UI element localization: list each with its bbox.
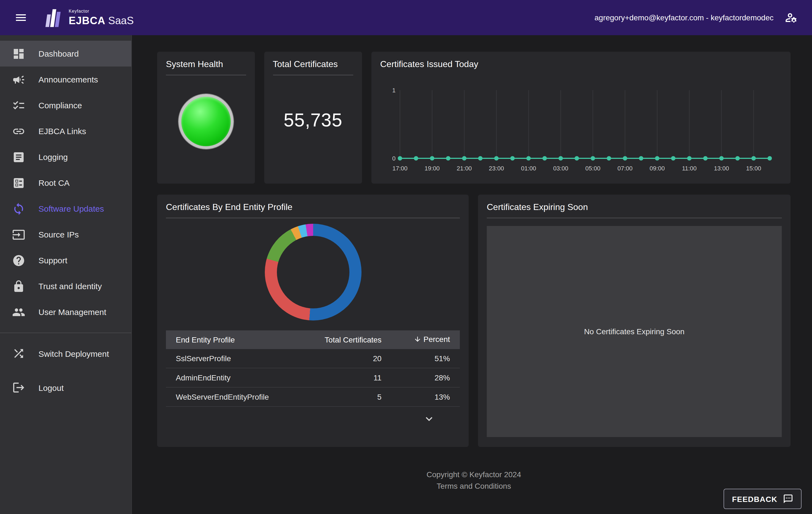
document-lines-icon <box>12 150 25 164</box>
sidebar-item-label: Logging <box>38 152 68 162</box>
issued-today-line-chart: 17:0019:0021:0023:0001:0003:0005:0007:00… <box>380 77 782 176</box>
table-row[interactable]: WebServerEndEntityProfile 5 13% <box>166 387 460 407</box>
svg-text:19:00: 19:00 <box>425 165 440 172</box>
certificates-expiring-soon-card: Certificates Expiring Soon No Certificat… <box>478 195 790 447</box>
manage-accounts-icon[interactable] <box>781 8 801 27</box>
chevron-down-icon[interactable] <box>423 412 436 426</box>
sidebar-item-dashboard[interactable]: Dashboard <box>0 41 131 66</box>
sidebar-item-ejbca-links[interactable]: EJBCA Links <box>0 118 131 144</box>
cell-profile: WebServerEndEntityProfile <box>166 387 298 407</box>
profile-table: End Entity Profile Total Certificates Pe… <box>166 330 460 407</box>
svg-text:23:00: 23:00 <box>489 165 504 172</box>
header-end-entity-profile[interactable]: End Entity Profile <box>166 330 298 349</box>
table-header-row: End Entity Profile Total Certificates Pe… <box>166 330 460 349</box>
svg-text:11:00: 11:00 <box>682 165 697 172</box>
sort-desc-icon <box>414 335 422 343</box>
header-percent[interactable]: Percent <box>392 330 460 349</box>
sidebar-item-switch-deployment[interactable]: Switch Deployment <box>0 336 131 371</box>
menu-icon[interactable] <box>11 8 31 27</box>
megaphone-icon <box>12 73 25 86</box>
feedback-button[interactable]: FEEDBACK <box>724 489 802 509</box>
sidebar-item-label: Root CA <box>38 178 69 187</box>
logout-icon <box>12 381 25 394</box>
svg-text:07:00: 07:00 <box>617 165 633 172</box>
sidebar-item-label: Trust and Identity <box>38 281 102 291</box>
certificates-by-profile-card: Certificates By End Entity Profile End E… <box>157 195 469 447</box>
total-certificates-value: 55,735 <box>273 109 353 131</box>
svg-text:03:00: 03:00 <box>553 165 568 172</box>
users-icon <box>12 305 25 319</box>
sidebar-item-label: EJBCA Links <box>38 127 86 136</box>
cell-percent: 13% <box>392 387 460 407</box>
svg-text:15:00: 15:00 <box>746 165 761 172</box>
sidebar-item-announcements[interactable]: Announcements <box>0 66 131 92</box>
svg-text:1: 1 <box>392 87 396 94</box>
cell-count: 11 <box>298 368 392 387</box>
dashboard-icon <box>12 47 25 60</box>
card-title: Certificates By End Entity Profile <box>166 202 460 218</box>
main-content: System Health Total Certificates 55,735 … <box>132 35 812 514</box>
sidebar-item-label: Switch Deployment <box>38 349 109 358</box>
sidebar-item-label: Dashboard <box>38 49 79 58</box>
table-row[interactable]: SslServerProfile 20 51% <box>166 349 460 368</box>
svg-text:21:00: 21:00 <box>457 165 472 172</box>
ejbca-saas-dashboard: Keyfactor EJBCASaaS agregory+demo@keyfac… <box>0 0 812 514</box>
keyfactor-logo-icon <box>43 8 64 27</box>
brand-logo: Keyfactor EJBCASaaS <box>43 8 134 27</box>
cell-count: 5 <box>298 387 392 407</box>
svg-text:0: 0 <box>392 155 396 162</box>
header-total-certificates[interactable]: Total Certificates <box>298 330 392 349</box>
sidebar-divider <box>0 332 131 333</box>
profile-donut-chart <box>264 224 361 321</box>
cell-count: 20 <box>298 349 392 368</box>
account-info: agregory+demo@keyfactor.com - keyfactord… <box>594 13 774 22</box>
sidebar-item-label: Support <box>38 255 67 265</box>
cell-percent: 51% <box>392 349 460 368</box>
cell-profile: AdminEndEntity <box>166 368 298 387</box>
sidebar-item-root-ca[interactable]: Root CA <box>0 170 131 196</box>
sidebar-item-software-updates[interactable]: Software Updates <box>0 196 131 221</box>
brand-ejbca: EJBCA <box>69 15 106 26</box>
top-bar: Keyfactor EJBCASaaS agregory+demo@keyfac… <box>0 0 812 35</box>
sidebar-item-label: Announcements <box>38 75 98 84</box>
sidebar-item-trust-and-identity[interactable]: Trust and Identity <box>0 273 131 299</box>
total-certificates-card: Total Certificates 55,735 <box>264 52 362 184</box>
ballot-icon <box>12 176 25 189</box>
svg-text:01:00: 01:00 <box>521 165 536 172</box>
page-footer: Copyright © Keyfactor 2024 Terms and Con… <box>157 469 790 492</box>
certificates-issued-today-card: Certificates Issued Today 17:0019:0021:0… <box>371 52 790 184</box>
sidebar-item-label: Software Updates <box>38 204 104 213</box>
empty-message: No Certificates Expiring Soon <box>584 327 685 336</box>
terms-and-conditions-link[interactable]: Terms and Conditions <box>157 481 790 492</box>
sync-icon <box>12 202 25 215</box>
brand-keyfactor: Keyfactor <box>69 9 134 14</box>
card-title: Certificates Issued Today <box>380 59 782 75</box>
card-title: Certificates Expiring Soon <box>487 202 782 218</box>
cell-percent: 28% <box>392 368 460 387</box>
sidebar-item-compliance[interactable]: Compliance <box>0 92 131 118</box>
expiring-empty-panel: No Certificates Expiring Soon <box>487 226 782 437</box>
sidebar-item-label: User Management <box>38 307 106 317</box>
sidebar-item-logging[interactable]: Logging <box>0 144 131 170</box>
system-health-card: System Health <box>157 52 255 184</box>
health-status-indicator <box>178 94 233 149</box>
sidebar-item-support[interactable]: Support <box>0 247 131 273</box>
help-circle-icon <box>12 254 25 267</box>
copyright-text: Copyright © Keyfactor 2024 <box>157 469 790 481</box>
sidebar-item-label: Compliance <box>38 101 82 110</box>
sidebar-item-label: Source IPs <box>38 230 79 239</box>
sidebar-item-source-ips[interactable]: Source IPs <box>0 221 131 247</box>
svg-text:09:00: 09:00 <box>650 165 665 172</box>
table-row[interactable]: AdminEndEntity 11 28% <box>166 368 460 387</box>
chat-icon <box>783 494 793 504</box>
svg-text:13:00: 13:00 <box>714 165 729 172</box>
sidebar-item-logout[interactable]: Logout <box>0 371 131 405</box>
card-title: Total Certificates <box>273 59 353 75</box>
svg-text:05:00: 05:00 <box>585 165 601 172</box>
card-title: System Health <box>166 59 246 75</box>
sidebar: Dashboard Announcements Compliance EJBCA… <box>0 35 132 514</box>
brand-saas: SaaS <box>108 15 134 26</box>
cell-profile: SslServerProfile <box>166 349 298 368</box>
sidebar-item-user-management[interactable]: User Management <box>0 299 131 325</box>
shuffle-icon <box>12 347 25 360</box>
